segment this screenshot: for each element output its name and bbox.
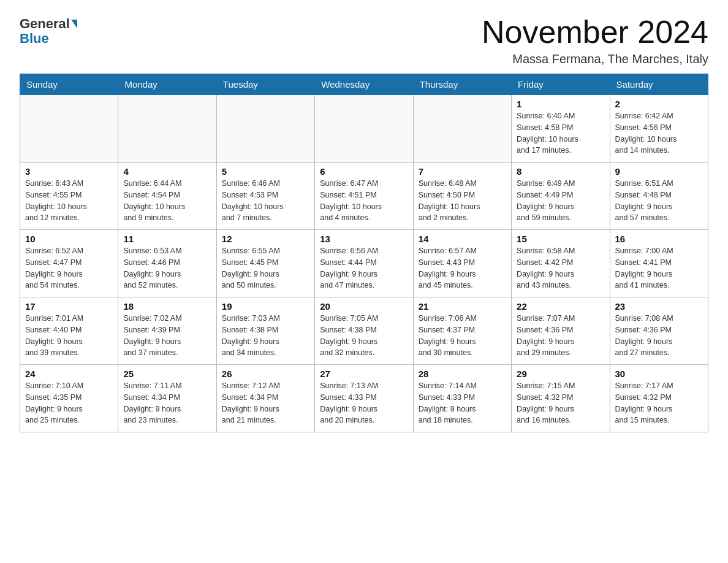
- logo-blue-text: Blue: [20, 31, 49, 47]
- day-number: 19: [222, 301, 309, 312]
- weekday-header-tuesday: Tuesday: [216, 74, 314, 95]
- week-row-3: 10Sunrise: 6:52 AM Sunset: 4:47 PM Dayli…: [20, 230, 708, 297]
- day-number: 9: [615, 166, 703, 177]
- week-row-4: 17Sunrise: 7:01 AM Sunset: 4:40 PM Dayli…: [20, 297, 708, 365]
- weekday-header-monday: Monday: [118, 74, 216, 95]
- calendar-cell: 13Sunrise: 6:56 AM Sunset: 4:44 PM Dayli…: [315, 230, 413, 297]
- day-number: 12: [222, 234, 309, 244]
- title-block: November 2024 Massa Fermana, The Marches…: [482, 15, 708, 66]
- day-number: 14: [419, 234, 506, 244]
- calendar-cell: 25Sunrise: 7:11 AM Sunset: 4:34 PM Dayli…: [118, 365, 216, 432]
- week-row-5: 24Sunrise: 7:10 AM Sunset: 4:35 PM Dayli…: [20, 365, 708, 432]
- calendar-cell: 6Sunrise: 6:47 AM Sunset: 4:51 PM Daylig…: [315, 163, 413, 230]
- calendar-cell: 7Sunrise: 6:48 AM Sunset: 4:50 PM Daylig…: [413, 163, 511, 230]
- calendar-cell: 8Sunrise: 6:49 AM Sunset: 4:49 PM Daylig…: [512, 163, 610, 230]
- day-number: 18: [123, 301, 211, 312]
- calendar-cell: [315, 95, 413, 163]
- calendar-cell: 19Sunrise: 7:03 AM Sunset: 4:38 PM Dayli…: [216, 297, 314, 365]
- day-info: Sunrise: 7:11 AM Sunset: 4:34 PM Dayligh…: [123, 380, 211, 426]
- calendar-cell: 24Sunrise: 7:10 AM Sunset: 4:35 PM Dayli…: [20, 365, 118, 432]
- week-row-1: 1Sunrise: 6:40 AM Sunset: 4:58 PM Daylig…: [20, 95, 708, 163]
- calendar-cell: 14Sunrise: 6:57 AM Sunset: 4:43 PM Dayli…: [413, 230, 511, 297]
- weekday-header-sunday: Sunday: [20, 74, 118, 95]
- day-number: 24: [25, 369, 113, 379]
- calendar-cell: 11Sunrise: 6:53 AM Sunset: 4:46 PM Dayli…: [118, 230, 216, 297]
- weekday-header-friday: Friday: [512, 74, 610, 95]
- day-info: Sunrise: 7:01 AM Sunset: 4:40 PM Dayligh…: [25, 313, 113, 359]
- day-number: 2: [615, 99, 703, 109]
- day-info: Sunrise: 6:46 AM Sunset: 4:53 PM Dayligh…: [222, 178, 309, 224]
- month-title: November 2024: [482, 15, 708, 50]
- day-number: 13: [320, 234, 408, 244]
- day-info: Sunrise: 6:57 AM Sunset: 4:43 PM Dayligh…: [419, 245, 506, 291]
- day-number: 3: [25, 166, 113, 177]
- calendar-cell: 3Sunrise: 6:43 AM Sunset: 4:55 PM Daylig…: [20, 163, 118, 230]
- calendar-cell: [216, 95, 314, 163]
- calendar-cell: 27Sunrise: 7:13 AM Sunset: 4:33 PM Dayli…: [315, 365, 413, 432]
- calendar-cell: 1Sunrise: 6:40 AM Sunset: 4:58 PM Daylig…: [512, 95, 610, 163]
- day-number: 30: [615, 369, 703, 379]
- day-info: Sunrise: 6:48 AM Sunset: 4:50 PM Dayligh…: [419, 178, 506, 224]
- day-info: Sunrise: 7:13 AM Sunset: 4:33 PM Dayligh…: [320, 380, 408, 426]
- day-info: Sunrise: 6:49 AM Sunset: 4:49 PM Dayligh…: [517, 178, 604, 224]
- day-info: Sunrise: 7:03 AM Sunset: 4:38 PM Dayligh…: [222, 313, 309, 359]
- calendar-cell: 17Sunrise: 7:01 AM Sunset: 4:40 PM Dayli…: [20, 297, 118, 365]
- day-number: 21: [419, 301, 506, 312]
- day-number: 16: [615, 234, 703, 244]
- day-info: Sunrise: 7:15 AM Sunset: 4:32 PM Dayligh…: [517, 380, 604, 426]
- day-info: Sunrise: 7:07 AM Sunset: 4:36 PM Dayligh…: [517, 313, 604, 359]
- day-info: Sunrise: 6:40 AM Sunset: 4:58 PM Dayligh…: [517, 110, 604, 156]
- day-number: 20: [320, 301, 408, 312]
- day-number: 6: [320, 166, 408, 177]
- day-info: Sunrise: 6:52 AM Sunset: 4:47 PM Dayligh…: [25, 245, 113, 291]
- weekday-header-saturday: Saturday: [610, 74, 708, 95]
- week-row-2: 3Sunrise: 6:43 AM Sunset: 4:55 PM Daylig…: [20, 163, 708, 230]
- calendar-cell: 29Sunrise: 7:15 AM Sunset: 4:32 PM Dayli…: [512, 365, 610, 432]
- day-number: 7: [419, 166, 506, 177]
- day-number: 22: [517, 301, 604, 312]
- calendar-cell: 22Sunrise: 7:07 AM Sunset: 4:36 PM Dayli…: [512, 297, 610, 365]
- day-info: Sunrise: 6:47 AM Sunset: 4:51 PM Dayligh…: [320, 178, 408, 224]
- calendar-cell: 10Sunrise: 6:52 AM Sunset: 4:47 PM Dayli…: [20, 230, 118, 297]
- day-info: Sunrise: 7:08 AM Sunset: 4:36 PM Dayligh…: [615, 313, 703, 359]
- calendar-cell: 5Sunrise: 6:46 AM Sunset: 4:53 PM Daylig…: [216, 163, 314, 230]
- day-number: 5: [222, 166, 309, 177]
- calendar-cell: 2Sunrise: 6:42 AM Sunset: 4:56 PM Daylig…: [610, 95, 708, 163]
- day-number: 29: [517, 369, 604, 379]
- day-number: 10: [25, 234, 113, 244]
- calendar-cell: [413, 95, 511, 163]
- calendar-cell: 26Sunrise: 7:12 AM Sunset: 4:34 PM Dayli…: [216, 365, 314, 432]
- day-info: Sunrise: 7:00 AM Sunset: 4:41 PM Dayligh…: [615, 245, 703, 291]
- page-header: General Blue November 2024 Massa Fermana…: [20, 15, 708, 66]
- day-info: Sunrise: 7:17 AM Sunset: 4:32 PM Dayligh…: [615, 380, 703, 426]
- logo-triangle-icon: [71, 20, 77, 28]
- logo: General Blue: [20, 15, 77, 47]
- calendar-cell: [20, 95, 118, 163]
- weekday-header-wednesday: Wednesday: [315, 74, 413, 95]
- calendar-cell: 16Sunrise: 7:00 AM Sunset: 4:41 PM Dayli…: [610, 230, 708, 297]
- calendar-cell: 15Sunrise: 6:58 AM Sunset: 4:42 PM Dayli…: [512, 230, 610, 297]
- day-info: Sunrise: 6:56 AM Sunset: 4:44 PM Dayligh…: [320, 245, 408, 291]
- day-info: Sunrise: 6:53 AM Sunset: 4:46 PM Dayligh…: [123, 245, 211, 291]
- weekday-header-thursday: Thursday: [413, 74, 511, 95]
- day-number: 15: [517, 234, 604, 244]
- calendar-cell: 23Sunrise: 7:08 AM Sunset: 4:36 PM Dayli…: [610, 297, 708, 365]
- location-subtitle: Massa Fermana, The Marches, Italy: [482, 52, 708, 66]
- day-number: 23: [615, 301, 703, 312]
- day-info: Sunrise: 7:12 AM Sunset: 4:34 PM Dayligh…: [222, 380, 309, 426]
- day-info: Sunrise: 7:14 AM Sunset: 4:33 PM Dayligh…: [419, 380, 506, 426]
- logo-general-text: General: [20, 17, 70, 31]
- day-info: Sunrise: 6:44 AM Sunset: 4:54 PM Dayligh…: [123, 178, 211, 224]
- calendar-cell: 12Sunrise: 6:55 AM Sunset: 4:45 PM Dayli…: [216, 230, 314, 297]
- calendar-cell: 4Sunrise: 6:44 AM Sunset: 4:54 PM Daylig…: [118, 163, 216, 230]
- day-number: 1: [517, 99, 604, 109]
- weekday-header-row: SundayMondayTuesdayWednesdayThursdayFrid…: [20, 74, 708, 95]
- day-number: 4: [123, 166, 211, 177]
- day-info: Sunrise: 7:02 AM Sunset: 4:39 PM Dayligh…: [123, 313, 211, 359]
- calendar-cell: 18Sunrise: 7:02 AM Sunset: 4:39 PM Dayli…: [118, 297, 216, 365]
- day-info: Sunrise: 7:06 AM Sunset: 4:37 PM Dayligh…: [419, 313, 506, 359]
- day-info: Sunrise: 6:51 AM Sunset: 4:48 PM Dayligh…: [615, 178, 703, 224]
- day-info: Sunrise: 6:55 AM Sunset: 4:45 PM Dayligh…: [222, 245, 309, 291]
- day-info: Sunrise: 6:42 AM Sunset: 4:56 PM Dayligh…: [615, 110, 703, 156]
- day-info: Sunrise: 6:43 AM Sunset: 4:55 PM Dayligh…: [25, 178, 113, 224]
